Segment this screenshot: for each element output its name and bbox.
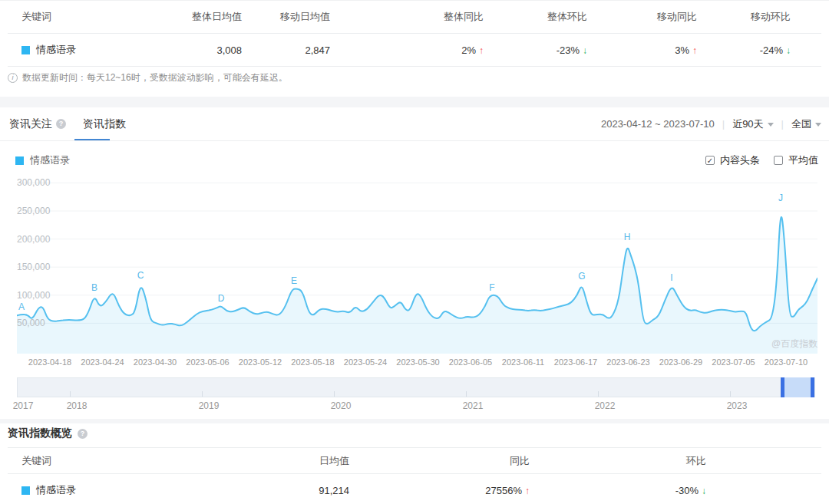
data-update-note: i 数据更新时间：每天12~16时，受数据波动影响，可能会有延迟。	[8, 71, 288, 84]
mobile-avg-value: 2,847	[242, 44, 330, 56]
keyword-label: 情感语录	[36, 43, 76, 57]
timeline-brush[interactable]	[17, 377, 815, 397]
watermark: @百度指数	[771, 338, 817, 351]
x-axis-label: 2023-06-29	[659, 357, 702, 367]
x-axis-label: 2023-05-30	[396, 357, 439, 367]
x-axis-label: 2023-04-30	[134, 357, 177, 367]
timeline-year-2019: 2019	[199, 400, 220, 411]
timeline-year-2021: 2021	[463, 400, 484, 411]
overall-avg-value: 3,008	[175, 44, 242, 56]
brush-handle-left[interactable]	[781, 377, 784, 397]
peak-label-E: E	[291, 275, 297, 286]
col-header-overall-yoy: 整体同比	[330, 10, 484, 24]
help-icon[interactable]: ?	[78, 429, 88, 439]
overall-yoy-value: 2%↑	[330, 44, 484, 56]
x-axis-label: 2023-06-05	[449, 357, 492, 367]
tabbar-divider	[0, 140, 829, 141]
checkbox-checked-icon[interactable]: ✓	[705, 156, 715, 165]
series-legend-label: 情感语录	[30, 153, 70, 167]
brush-year-tick	[466, 391, 467, 397]
ov-keyword-label: 情感语录	[36, 483, 76, 497]
chevron-down-icon	[768, 123, 774, 127]
ov-avg-value: 91,214	[175, 485, 349, 496]
summary-table-row: 情感语录 3,008 2,847 2%↑ -23%↓ 3%↑ -24%↓	[0, 34, 829, 66]
brush-selection[interactable]	[781, 377, 814, 397]
ov-col-avg: 日均值	[175, 454, 349, 468]
peak-label-F: F	[489, 282, 494, 293]
peak-label-I: I	[670, 272, 672, 283]
col-header-mobile-mom: 移动环比	[697, 10, 791, 24]
series-area	[17, 217, 817, 354]
peak-label-A: A	[18, 301, 25, 312]
peak-label-C: C	[137, 270, 144, 281]
trend-chart-svg[interactable]	[17, 173, 817, 357]
brush-handle-right[interactable]	[811, 377, 814, 397]
y-axis-label: 300,000	[17, 177, 50, 188]
checkbox-average[interactable]: 平均值	[774, 153, 818, 167]
y-axis-label: 150,000	[17, 262, 50, 272]
overview-data-row: 情感语录 91,214 27556%↑ -30%↓	[0, 474, 829, 504]
y-axis-label: 100,000	[17, 290, 50, 301]
tab-news-attention[interactable]: 资讯关注 ?	[9, 117, 66, 131]
overview-title: 资讯指数概览	[8, 427, 72, 440]
keyword-legend-square	[21, 46, 30, 54]
period-dropdown[interactable]: 近90天	[732, 117, 773, 131]
ov-col-keyword: 关键词	[0, 454, 175, 468]
ov-yoy-value: 27556%↑	[349, 485, 530, 496]
period-dropdown-value: 近90天	[732, 117, 763, 131]
y-axis-label: 200,000	[17, 234, 50, 245]
brush-year-tick	[730, 391, 731, 397]
timeline-year-2022: 2022	[595, 400, 616, 411]
ov-col-mom: 环比	[530, 454, 706, 468]
mobile-mom-arrow-icon: ↓	[786, 45, 791, 56]
help-icon[interactable]: ?	[56, 119, 66, 129]
x-axis-label: 2023-06-23	[606, 357, 649, 367]
overview-header-row: 关键词 日均值 同比 环比	[0, 450, 829, 473]
timeline-year-2018: 2018	[67, 400, 88, 411]
baidu-index-dashboard: 关键词 整体日均值 移动日均值 整体同比 整体环比 移动同比 移动环比 情感语录…	[0, 0, 829, 504]
active-tab-underline	[74, 139, 110, 140]
x-axis-label: 2023-05-06	[186, 357, 229, 367]
region-dropdown[interactable]: 全国	[791, 117, 821, 131]
region-dropdown-value: 全国	[791, 117, 811, 131]
col-header-mobile-yoy: 移动同比	[587, 10, 697, 24]
checkbox-unchecked-icon[interactable]	[774, 156, 783, 165]
timeline-year-2020: 2020	[331, 400, 352, 411]
col-header-keyword: 关键词	[0, 10, 175, 24]
note-text: 数据更新时间：每天12~16时，受数据波动影响，可能会有延迟。	[22, 71, 288, 84]
peak-label-D: D	[218, 293, 225, 304]
brush-year-tick	[70, 391, 71, 397]
series-legend-square	[15, 156, 24, 165]
ov-mom-arrow-icon: ↓	[702, 486, 706, 496]
separator: |	[722, 118, 725, 130]
tab-news-attention-label: 资讯关注	[9, 117, 52, 131]
brush-year-tick	[598, 391, 599, 397]
brush-year-tick	[334, 391, 335, 397]
x-axis-label: 2023-07-10	[765, 357, 808, 367]
separator: |	[781, 118, 784, 130]
y-axis-label: 250,000	[17, 206, 50, 216]
range-controls: 2023-04-12 ~ 2023-07-10 | 近90天 | 全国	[601, 107, 821, 140]
chart-checkboxes: ✓内容头条平均值	[705, 153, 818, 167]
peak-label-H: H	[624, 232, 631, 242]
keyword-summary-card: 关键词 整体日均值 移动日均值 整体同比 整体环比 移动同比 移动环比 情感语录…	[0, 0, 829, 97]
checkbox-content-headline[interactable]: ✓内容头条	[705, 153, 760, 167]
tab-news-index[interactable]: 资讯指数	[83, 117, 126, 131]
overall-mom-value: -23%↓	[484, 44, 587, 56]
overview-card: 资讯指数概览 ? 关键词 日均值 同比 环比 情感语录 91,214 27556…	[0, 423, 829, 504]
tab-news-index-label: 资讯指数	[83, 117, 126, 131]
mobile-mom-value: -24%↓	[697, 44, 791, 56]
overview-title-row: 资讯指数概览 ?	[8, 427, 88, 440]
mobile-yoy-value: 3%↑	[587, 44, 697, 56]
x-axis-label: 2023-04-24	[81, 357, 124, 367]
date-range-text: 2023-04-12 ~ 2023-07-10	[601, 118, 715, 130]
x-axis-label: 2023-07-05	[712, 357, 755, 367]
col-header-overall-avg: 整体日均值	[175, 10, 242, 24]
peak-label-J: J	[778, 193, 783, 203]
timeline-year-2017: 2017	[13, 400, 34, 411]
x-axis-label: 2023-05-18	[291, 357, 334, 367]
col-header-overall-mom: 整体环比	[484, 10, 587, 24]
x-axis-label: 2023-06-11	[502, 357, 544, 367]
x-axis-label: 2023-06-17	[554, 357, 597, 367]
peak-label-B: B	[91, 282, 97, 293]
